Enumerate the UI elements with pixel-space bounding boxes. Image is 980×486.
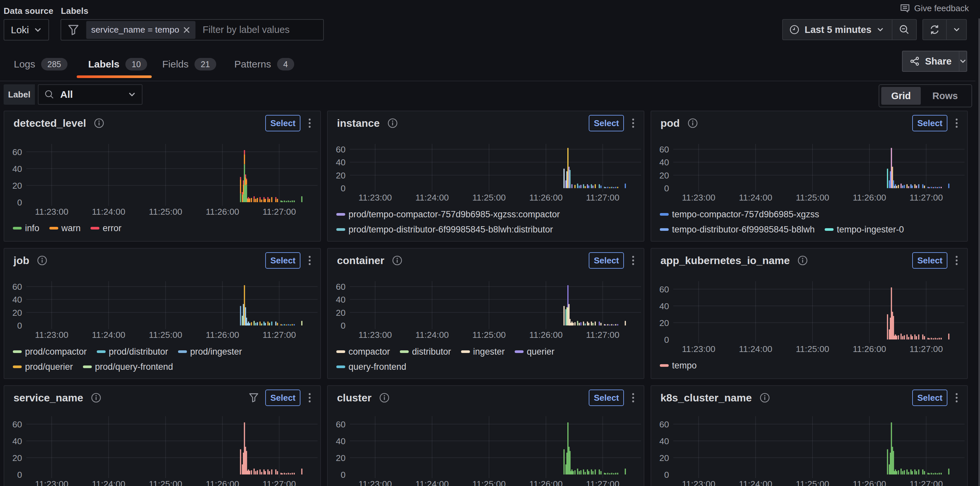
svg-text:11:27:00: 11:27:00 xyxy=(586,479,620,486)
svg-text:60: 60 xyxy=(659,285,669,294)
svg-text:20: 20 xyxy=(659,318,669,328)
svg-text:11:26:00: 11:26:00 xyxy=(529,193,563,202)
svg-text:40: 40 xyxy=(659,158,669,167)
svg-text:11:27:00: 11:27:00 xyxy=(910,344,943,354)
svg-text:0: 0 xyxy=(664,183,669,193)
svg-text:11:25:00: 11:25:00 xyxy=(472,479,506,486)
svg-text:0: 0 xyxy=(17,198,22,207)
svg-text:60: 60 xyxy=(336,145,345,155)
svg-text:11:26:00: 11:26:00 xyxy=(206,330,239,340)
svg-text:11:23:00: 11:23:00 xyxy=(358,479,392,486)
svg-text:11:26:00: 11:26:00 xyxy=(206,479,239,486)
svg-text:60: 60 xyxy=(12,147,22,157)
svg-text:11:26:00: 11:26:00 xyxy=(853,344,886,354)
svg-text:11:25:00: 11:25:00 xyxy=(796,193,829,202)
svg-text:11:23:00: 11:23:00 xyxy=(682,479,716,486)
svg-text:11:23:00: 11:23:00 xyxy=(35,330,68,340)
svg-text:11:24:00: 11:24:00 xyxy=(415,193,449,202)
svg-text:11:27:00: 11:27:00 xyxy=(262,330,296,340)
svg-text:60: 60 xyxy=(336,282,345,292)
svg-text:11:27:00: 11:27:00 xyxy=(910,479,943,486)
svg-text:0: 0 xyxy=(17,470,22,480)
svg-text:40: 40 xyxy=(336,436,345,446)
svg-text:11:24:00: 11:24:00 xyxy=(415,479,449,486)
svg-text:40: 40 xyxy=(12,436,22,446)
svg-text:11:23:00: 11:23:00 xyxy=(682,193,716,202)
svg-text:11:24:00: 11:24:00 xyxy=(739,193,772,202)
svg-text:20: 20 xyxy=(336,453,345,463)
svg-text:20: 20 xyxy=(336,308,345,318)
svg-text:60: 60 xyxy=(12,419,22,429)
svg-text:11:25:00: 11:25:00 xyxy=(472,330,506,340)
svg-text:40: 40 xyxy=(336,158,345,167)
svg-text:11:24:00: 11:24:00 xyxy=(415,330,449,340)
svg-text:11:24:00: 11:24:00 xyxy=(92,479,126,486)
svg-text:11:26:00: 11:26:00 xyxy=(529,330,563,340)
svg-text:0: 0 xyxy=(340,183,345,193)
svg-text:20: 20 xyxy=(659,170,669,180)
svg-text:11:25:00: 11:25:00 xyxy=(472,193,506,202)
svg-text:11:25:00: 11:25:00 xyxy=(149,479,182,486)
svg-text:11:25:00: 11:25:00 xyxy=(796,479,829,486)
svg-text:60: 60 xyxy=(659,419,669,429)
svg-text:40: 40 xyxy=(12,295,22,304)
svg-text:11:27:00: 11:27:00 xyxy=(586,193,620,202)
svg-text:11:27:00: 11:27:00 xyxy=(586,330,620,340)
svg-text:20: 20 xyxy=(12,308,22,318)
svg-text:11:23:00: 11:23:00 xyxy=(682,344,716,354)
svg-text:11:26:00: 11:26:00 xyxy=(853,479,886,486)
svg-text:40: 40 xyxy=(659,301,669,311)
svg-text:11:26:00: 11:26:00 xyxy=(853,193,886,202)
svg-text:0: 0 xyxy=(340,321,345,331)
svg-text:11:24:00: 11:24:00 xyxy=(739,344,772,354)
svg-text:11:25:00: 11:25:00 xyxy=(149,330,182,340)
svg-text:11:23:00: 11:23:00 xyxy=(358,330,392,340)
svg-text:20: 20 xyxy=(336,170,345,180)
svg-text:11:27:00: 11:27:00 xyxy=(910,193,943,202)
svg-text:11:24:00: 11:24:00 xyxy=(92,330,126,340)
svg-text:11:27:00: 11:27:00 xyxy=(262,479,296,486)
svg-text:11:26:00: 11:26:00 xyxy=(206,207,239,217)
svg-text:11:26:00: 11:26:00 xyxy=(529,479,563,486)
svg-text:11:25:00: 11:25:00 xyxy=(796,344,829,354)
svg-text:0: 0 xyxy=(17,321,22,331)
svg-text:40: 40 xyxy=(659,436,669,446)
svg-text:11:24:00: 11:24:00 xyxy=(739,479,772,486)
svg-text:0: 0 xyxy=(664,335,669,345)
svg-text:40: 40 xyxy=(12,164,22,174)
svg-text:11:24:00: 11:24:00 xyxy=(92,207,126,217)
svg-text:11:23:00: 11:23:00 xyxy=(35,479,68,486)
svg-text:40: 40 xyxy=(336,295,345,304)
svg-text:11:25:00: 11:25:00 xyxy=(149,207,182,217)
svg-text:20: 20 xyxy=(12,181,22,191)
svg-text:60: 60 xyxy=(12,282,22,292)
svg-text:60: 60 xyxy=(336,419,345,429)
svg-text:11:23:00: 11:23:00 xyxy=(358,193,392,202)
svg-text:11:23:00: 11:23:00 xyxy=(35,207,68,217)
svg-text:60: 60 xyxy=(659,145,669,155)
svg-text:0: 0 xyxy=(340,470,345,480)
svg-text:11:27:00: 11:27:00 xyxy=(262,207,296,217)
svg-text:0: 0 xyxy=(664,470,669,480)
svg-text:20: 20 xyxy=(12,453,22,463)
svg-text:20: 20 xyxy=(659,453,669,463)
